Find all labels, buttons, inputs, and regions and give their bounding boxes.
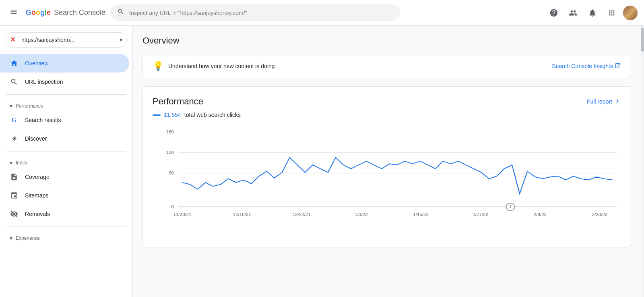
performance-chart: 180 120 60 0 1 11/28/21 12/10/21 12/22 xyxy=(153,125,621,229)
metric-description: total web search clicks xyxy=(184,112,241,118)
svg-text:60: 60 xyxy=(169,171,174,175)
logo-letter-e: e xyxy=(47,8,51,17)
performance-card-title: Performance xyxy=(153,96,203,107)
sidebar-item-coverage[interactable]: Coverage xyxy=(0,168,129,186)
performance-card: Performance Full report 11,554 total web… xyxy=(142,86,631,247)
full-report-link[interactable]: Full report xyxy=(587,98,621,106)
nav-divider-3 xyxy=(6,226,126,227)
page-title: Overview xyxy=(142,35,631,46)
sidebar-item-coverage-label: Coverage xyxy=(25,174,50,180)
site-favicon: ✕ xyxy=(10,36,18,44)
search-input[interactable] xyxy=(129,10,393,16)
content-area: Overview 💡 Understand how your new conte… xyxy=(133,26,641,297)
home-icon xyxy=(10,59,19,68)
search-bar[interactable] xyxy=(110,4,400,21)
header-actions xyxy=(546,5,638,21)
metric-label: 11,554 total web search clicks xyxy=(153,112,621,118)
external-link-icon xyxy=(615,62,621,70)
header: Google Search Console xyxy=(0,0,644,26)
section-experience[interactable]: ▾ Experience xyxy=(0,230,132,243)
logo-letter-g: G xyxy=(26,8,31,17)
svg-text:120: 120 xyxy=(166,150,174,155)
svg-text:1/27/22: 1/27/22 xyxy=(473,212,488,217)
search-icon xyxy=(117,8,124,17)
metric-line-indicator xyxy=(153,114,161,116)
menu-icon[interactable] xyxy=(6,4,21,21)
chart-svg: 180 120 60 0 1 11/28/21 12/10/21 12/22 xyxy=(153,125,621,229)
nav-divider-2 xyxy=(6,151,126,152)
sidebar-item-removals-label: Removals xyxy=(25,211,50,217)
sidebar-item-discover[interactable]: ✳ Discover xyxy=(0,129,129,148)
coverage-icon xyxy=(10,172,19,181)
svg-text:2/8/22: 2/8/22 xyxy=(534,212,547,217)
full-report-label: Full report xyxy=(587,98,612,105)
svg-text:12/10/21: 12/10/21 xyxy=(233,212,251,217)
section-performance[interactable]: ▾ Performance xyxy=(0,98,132,111)
index-collapse-icon: ▾ xyxy=(10,160,12,166)
section-experience-label: Experience xyxy=(16,235,40,241)
sidebar-item-search-results-label: Search results xyxy=(25,117,61,123)
insight-link-label: Search Console Insights xyxy=(552,63,613,69)
svg-text:0: 0 xyxy=(171,205,173,209)
sidebar-item-sitemaps[interactable]: Sitemaps xyxy=(0,186,129,205)
svg-text:1/3/22: 1/3/22 xyxy=(355,212,367,217)
svg-text:1/15/22: 1/15/22 xyxy=(413,212,429,217)
logo-letter-g2: g xyxy=(40,8,45,17)
site-selector[interactable]: ✕ https://sanjaysheno... ▾ xyxy=(5,32,128,48)
manage-property-button[interactable] xyxy=(565,5,581,21)
scrollbar-track[interactable] xyxy=(641,26,644,297)
sidebar-item-search-results[interactable]: G Search results xyxy=(0,111,129,129)
help-button[interactable] xyxy=(546,5,562,21)
svg-text:11/28/21: 11/28/21 xyxy=(173,212,191,217)
metric-value: 11,554 xyxy=(164,112,181,118)
sidebar-item-overview[interactable]: Overview xyxy=(0,54,129,73)
sidebar-item-removals[interactable]: Removals xyxy=(0,205,129,223)
section-performance-label: Performance xyxy=(16,103,43,109)
chevron-right-icon xyxy=(614,98,621,106)
avatar-image xyxy=(623,6,638,20)
url-inspection-icon xyxy=(10,77,19,86)
google-wordmark: Google xyxy=(26,8,51,17)
sitemaps-icon xyxy=(10,191,19,200)
svg-text:2/20/22: 2/20/22 xyxy=(592,212,608,217)
insight-banner-text: Understand how your new content is doing xyxy=(168,63,547,69)
avatar[interactable] xyxy=(623,6,638,20)
bulb-icon: 💡 xyxy=(153,61,163,71)
sidebar-item-discover-label: Discover xyxy=(25,135,47,142)
app-logo: Google Search Console xyxy=(26,8,105,17)
sidebar-item-sitemaps-label: Sitemaps xyxy=(25,192,48,199)
insight-banner: 💡 Understand how your new content is doi… xyxy=(142,54,631,78)
logo-letter-o2: o xyxy=(36,8,40,17)
experience-collapse-icon: ▾ xyxy=(10,235,12,241)
section-index-label: Index xyxy=(16,160,27,166)
sidebar: ✕ https://sanjaysheno... ▾ Overview URL … xyxy=(0,26,133,297)
site-url: https://sanjaysheno... xyxy=(21,37,116,43)
google-g-icon: G xyxy=(10,116,19,125)
svg-text:1: 1 xyxy=(509,205,512,209)
search-console-insights-link[interactable]: Search Console Insights xyxy=(552,62,621,70)
discover-icon: ✳ xyxy=(10,134,19,143)
site-dropdown-icon[interactable]: ▾ xyxy=(120,37,122,43)
logo-letter-o1: o xyxy=(31,8,36,17)
sidebar-item-overview-label: Overview xyxy=(25,60,48,66)
scrollbar-thumb[interactable] xyxy=(641,27,644,52)
section-index[interactable]: ▾ Index xyxy=(0,155,132,168)
nav-divider-1 xyxy=(6,94,126,95)
sidebar-item-url-inspection[interactable]: URL inspection xyxy=(0,73,129,91)
card-header: Performance Full report xyxy=(153,96,621,107)
main-layout: ✕ https://sanjaysheno... ▾ Overview URL … xyxy=(0,26,644,297)
notifications-button[interactable] xyxy=(584,5,601,21)
svg-text:12/22/21: 12/22/21 xyxy=(293,212,311,217)
removals-icon xyxy=(10,210,19,218)
sidebar-item-url-inspection-label: URL inspection xyxy=(25,79,63,85)
app-name: Search Console xyxy=(54,8,105,17)
google-apps-button[interactable] xyxy=(604,5,620,21)
performance-collapse-icon: ▾ xyxy=(10,103,12,109)
svg-text:180: 180 xyxy=(166,130,174,134)
